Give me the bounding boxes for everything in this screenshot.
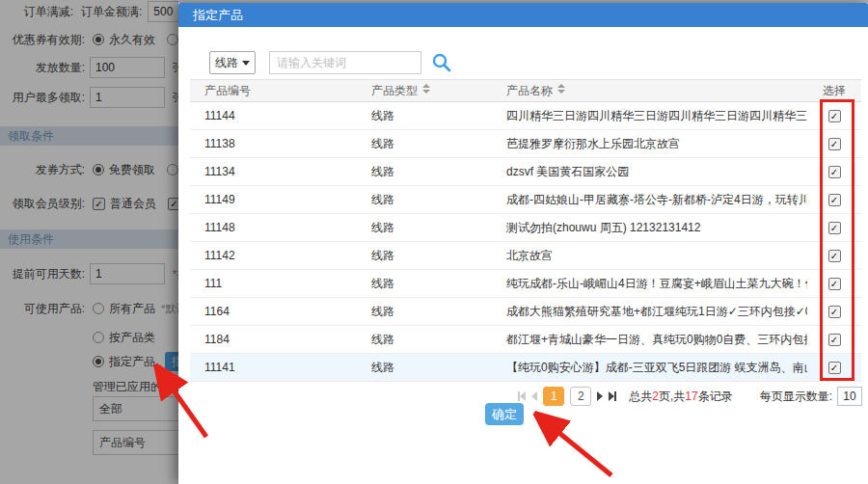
sort-icon[interactable] xyxy=(422,84,430,94)
table-row: 1164线路成都大熊猫繁殖研究基地+都江堰纯玩1日游✓三环内包接✓0自... xyxy=(190,298,861,326)
product-type-cell: 线路 xyxy=(357,214,492,242)
product-name-cell: 芭提雅罗摩衍那水上乐园北京故宫 xyxy=(492,130,807,158)
product-code-cell: 11134 xyxy=(190,158,357,186)
product-type-cell: 线路 xyxy=(357,242,492,270)
product-select-cell xyxy=(807,298,861,326)
header-product-code: 产品编号 xyxy=(190,80,357,102)
modal-header: 指定产品 xyxy=(178,3,868,27)
product-type-select[interactable]: 线路 xyxy=(209,51,256,74)
row-checkbox[interactable] xyxy=(828,362,841,374)
product-type-cell: 线路 xyxy=(357,298,492,326)
product-type-select-value: 线路 xyxy=(215,55,238,71)
product-type-cell: 线路 xyxy=(357,270,492,298)
row-checkbox[interactable] xyxy=(828,278,841,290)
product-code-cell: 1164 xyxy=(190,298,357,326)
row-checkbox[interactable] xyxy=(828,250,841,262)
product-name-cell: 成都-四姑娘山-甲居藏寨-塔公寺-新都桥-泸定4日游，玩转川西... xyxy=(492,186,807,214)
table-row: 111线路纯玩成都-乐山-峨嵋山4日游！豆腐宴+峨眉山土菜九大碗！优... xyxy=(190,270,861,298)
product-name-cell: dzsvf 美国黄石国家公园 xyxy=(492,158,807,186)
page-size-label: 每页显示数量: xyxy=(760,389,832,405)
modal-title: 指定产品 xyxy=(193,7,243,24)
product-code-cell: 1184 xyxy=(190,326,357,354)
product-code-cell: 11148 xyxy=(190,214,357,242)
row-checkbox[interactable] xyxy=(828,222,841,234)
table-row: 1184线路都江堰+青城山豪华一日游、真纯玩0购物0自费、三环内包接... xyxy=(190,326,861,354)
product-name-cell: 测试勿拍(zhouwu 周五) 12132131412 xyxy=(492,214,807,242)
table-row: 11134线路dzsvf 美国黄石国家公园 xyxy=(190,158,861,186)
row-checkbox[interactable] xyxy=(828,306,841,318)
product-select-cell xyxy=(807,130,861,158)
confirm-button[interactable]: 确定 xyxy=(485,403,524,425)
product-type-cell: 线路 xyxy=(357,326,492,354)
pagination: 1 2 总共2页,共17条记录 每页显示数量: xyxy=(515,386,862,407)
row-checkbox[interactable] xyxy=(828,334,841,346)
modal-backdrop-left xyxy=(0,0,178,484)
product-select-cell xyxy=(807,354,861,382)
record-summary: 总共2页,共17条记录 xyxy=(629,389,732,405)
prev-page-icon[interactable] xyxy=(531,391,537,401)
product-type-cell: 线路 xyxy=(357,186,492,214)
row-checkbox[interactable] xyxy=(828,166,841,178)
product-select-cell xyxy=(807,102,861,130)
page-size-input[interactable] xyxy=(837,387,862,406)
next-page-icon[interactable] xyxy=(597,391,603,401)
table-header-row: 产品编号 产品类型 产品名称 选择 xyxy=(190,80,861,102)
table-row: 11142线路北京故宫 xyxy=(190,242,861,270)
product-name-cell: 北京故宫 xyxy=(492,242,807,270)
product-table-body: 11144线路四川精华三日游四川精华三日游四川精华三日游四川精华三日...111… xyxy=(190,102,861,382)
header-product-type-label: 产品类型 xyxy=(371,84,418,97)
product-table: 产品编号 产品类型 产品名称 选择 11144线路四川精华三日游四川精华三日游四… xyxy=(190,79,861,382)
product-select-cell xyxy=(807,242,861,270)
product-code-cell: 11138 xyxy=(190,130,357,158)
table-row: 11138线路芭提雅罗摩衍那水上乐园北京故宫 xyxy=(190,130,861,158)
screen: 订单满减: 订单金额满: 优惠券有效期: 永久有效 区间 发放数量: 张 * 用… xyxy=(0,0,868,484)
search-icon[interactable] xyxy=(431,52,452,73)
product-select-cell xyxy=(807,214,861,242)
header-product-name[interactable]: 产品名称 xyxy=(492,80,807,102)
header-product-name-label: 产品名称 xyxy=(506,84,553,97)
last-page-icon[interactable] xyxy=(609,391,616,401)
product-type-cell: 线路 xyxy=(357,102,492,130)
product-code-cell: 11142 xyxy=(190,242,357,270)
product-name-cell: 成都大熊猫繁殖研究基地+都江堰纯玩1日游✓三环内包接✓0自... xyxy=(492,298,807,326)
product-name-cell: 四川精华三日游四川精华三日游四川精华三日游四川精华三日... xyxy=(492,102,807,130)
table-row: 11148线路测试勿拍(zhouwu 周五) 12132131412 xyxy=(190,214,861,242)
page-2-button[interactable]: 2 xyxy=(570,387,591,406)
header-select: 选择 xyxy=(807,80,861,102)
product-code-cell: 11141 xyxy=(190,354,357,382)
sort-icon[interactable] xyxy=(557,84,565,94)
header-product-type[interactable]: 产品类型 xyxy=(357,80,492,102)
product-select-cell xyxy=(807,270,861,298)
table-row: 11144线路四川精华三日游四川精华三日游四川精华三日游四川精华三日... xyxy=(190,102,861,130)
row-checkbox[interactable] xyxy=(828,110,841,122)
row-checkbox[interactable] xyxy=(828,194,841,206)
product-code-cell: 111 xyxy=(190,270,357,298)
product-select-cell xyxy=(807,186,861,214)
page-1-button[interactable]: 1 xyxy=(543,387,564,406)
product-type-cell: 线路 xyxy=(357,354,492,382)
product-type-cell: 线路 xyxy=(357,130,492,158)
product-select-cell xyxy=(807,158,861,186)
product-type-cell: 线路 xyxy=(357,158,492,186)
product-select-cell xyxy=(807,326,861,354)
table-row: 11141线路【纯玩0购安心游】成都-三亚双飞5日跟团游 蜈支洲岛、南山... xyxy=(190,354,861,382)
product-name-cell: 纯玩成都-乐山-峨嵋山4日游！豆腐宴+峨眉山土菜九大碗！优... xyxy=(492,270,807,298)
product-name-cell: 都江堰+青城山豪华一日游、真纯玩0购物0自费、三环内包接... xyxy=(492,326,807,354)
filter-row: 线路 xyxy=(209,51,452,74)
row-checkbox[interactable] xyxy=(828,138,841,150)
keyword-input[interactable] xyxy=(269,51,421,74)
first-page-icon[interactable] xyxy=(518,391,526,401)
table-row: 11149线路成都-四姑娘山-甲居藏寨-塔公寺-新都桥-泸定4日游，玩转川西..… xyxy=(190,186,861,214)
product-code-cell: 11144 xyxy=(190,102,357,130)
product-code-cell: 11149 xyxy=(190,186,357,214)
specify-product-modal: 指定产品 线路 产品编号 产品类型 产品名称 选择 xyxy=(178,3,868,484)
chevron-down-icon xyxy=(242,61,250,66)
product-name-cell: 【纯玩0购安心游】成都-三亚双飞5日跟团游 蜈支洲岛、南山... xyxy=(492,354,807,382)
